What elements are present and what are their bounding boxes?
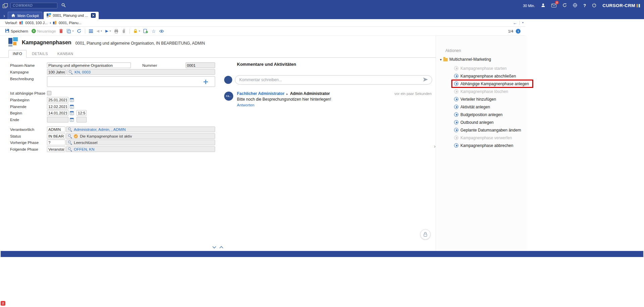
action-kampagnenphase-abbrechen[interactable]: Kampagnenphase abbrechen <box>454 142 533 149</box>
play-icon <box>454 105 458 109</box>
action-outbound-anlegen[interactable]: Outbound anlegen <box>454 118 533 126</box>
calendar-icon[interactable] <box>70 98 74 102</box>
next-icon <box>105 29 108 33</box>
comment-author-link[interactable]: Fachlicher Administrator <box>237 91 285 96</box>
tab-label: 0001, Planung und ... <box>53 13 88 17</box>
lookup-search-icon[interactable] <box>69 70 72 74</box>
print-button[interactable] <box>114 29 118 33</box>
tab-details[interactable]: DETAILS <box>28 50 52 57</box>
status-input[interactable] <box>47 133 65 139</box>
chevron-down-icon[interactable] <box>212 244 216 250</box>
divider <box>85 29 85 34</box>
folgende-phase-link[interactable]: OFFEN, KN <box>74 147 94 151</box>
action-budgetposition-anlegen[interactable]: Budgetposition anlegen <box>454 111 533 118</box>
chevron-down-icon[interactable] <box>101 30 102 33</box>
globe-icon[interactable] <box>573 3 577 9</box>
reply-link[interactable]: Antworten <box>237 103 254 107</box>
panel-collapse-icon[interactable] <box>434 144 436 149</box>
divider <box>519 21 520 25</box>
actions-group[interactable]: Multichannel-Marketing <box>440 57 491 62</box>
action-label: Kampagnenphase abbrechen <box>460 143 513 148</box>
chevron-down-icon[interactable] <box>522 21 524 24</box>
privacy-lock-button[interactable] <box>420 229 431 240</box>
lookup-search-icon[interactable] <box>68 147 72 151</box>
planbeginn-input[interactable] <box>47 97 68 103</box>
folgende-phase-input[interactable] <box>47 146 65 152</box>
lookup-search-icon[interactable] <box>68 127 72 131</box>
comment-item: FA... Fachlicher Administrator Admin Adm… <box>224 91 432 108</box>
refresh-icon[interactable] <box>562 3 567 9</box>
tab-close-icon[interactable] <box>91 13 96 18</box>
chevron-down-icon[interactable] <box>109 30 111 33</box>
tab-mein-cockpit[interactable]: Mein Cockpit <box>8 12 42 19</box>
tree-caret-icon[interactable] <box>440 57 442 62</box>
chevron-down-icon[interactable] <box>139 30 140 33</box>
tab-info[interactable]: INFO <box>8 50 27 58</box>
tab-kampagnenphase[interactable]: 0001, Planung und ... <box>44 12 99 19</box>
tab-kanban[interactable]: KANBAN <box>53 50 78 57</box>
attachment-button[interactable] <box>122 29 126 33</box>
play-icon <box>454 82 458 86</box>
beginn-date-input[interactable] <box>47 110 68 116</box>
move-handle-icon[interactable] <box>203 80 208 85</box>
action-geplante-datumsangaben-aendern[interactable]: Geplante Datumsangaben ändern <box>454 126 533 134</box>
notification-badge[interactable]: 2 <box>1 301 5 306</box>
logout-icon[interactable] <box>592 3 596 9</box>
verantwortlich-input[interactable] <box>47 126 65 132</box>
save-button[interactable]: Speichern <box>5 29 28 34</box>
watch-button[interactable] <box>159 30 164 33</box>
lookup-search-icon[interactable] <box>68 134 72 138</box>
comment-input-pill <box>235 75 432 85</box>
kampagne-input[interactable] <box>47 69 66 75</box>
calendar-icon[interactable] <box>70 105 74 109</box>
chevron-down-icon[interactable] <box>72 30 73 33</box>
phasen-name-input[interactable] <box>47 62 131 68</box>
actions-title: Aktionen <box>445 48 461 53</box>
beschreibung-input[interactable] <box>47 76 215 87</box>
send-icon[interactable] <box>423 77 428 83</box>
play-icon <box>454 97 458 101</box>
ist-abhaengig-checkbox[interactable] <box>47 91 51 95</box>
favorite-button[interactable] <box>151 29 156 34</box>
help-icon[interactable]: ? <box>583 3 586 8</box>
command-input[interactable] <box>10 3 57 8</box>
kampagne-link[interactable]: KN, 0003 <box>75 70 91 74</box>
lock-button[interactable] <box>134 29 140 33</box>
command-search-icon[interactable] <box>61 3 66 9</box>
window-icon <box>3 3 8 8</box>
form-row-beginn: Beginn <box>10 110 215 116</box>
chevron-up-icon[interactable] <box>219 244 224 250</box>
copy-button[interactable] <box>66 29 73 33</box>
next-record-button[interactable] <box>105 29 111 33</box>
action-aktivitaet-anlegen[interactable]: Aktivität anlegen <box>454 103 533 111</box>
beginn-label: Beginn <box>10 111 47 115</box>
save-icon <box>5 29 9 34</box>
delete-button[interactable] <box>59 29 63 33</box>
planende-input[interactable] <box>47 104 68 109</box>
calendar-icon[interactable] <box>70 111 74 115</box>
action-abhaengige-kampagnenphase-anlegen[interactable]: Abhängige Kampagnenphase anlegen <box>451 80 533 88</box>
beginn-time-input[interactable] <box>77 110 87 116</box>
verantwortlich-link[interactable]: Administrator, Admin, , ADMIN <box>74 127 126 132</box>
comment-input[interactable] <box>239 78 420 82</box>
back-arrow-icon[interactable] <box>513 20 517 25</box>
history-item[interactable]: 0003, 100 J... <box>25 21 48 25</box>
checkout-button[interactable] <box>143 29 148 33</box>
calendar-icon[interactable] <box>70 118 74 122</box>
action-verteiler-hinzufuegen[interactable]: Verteiler hinzufügen <box>454 95 533 103</box>
new-record-label: Neuanlage <box>37 29 56 33</box>
pager-label: 1/4 <box>508 29 513 33</box>
history-item[interactable]: 0001, Planu... <box>59 21 82 25</box>
menu-button[interactable] <box>89 30 93 33</box>
play-icon <box>454 89 458 94</box>
mail-icon[interactable]: 2 <box>551 3 556 9</box>
vorherige-phase-input[interactable] <box>47 140 65 145</box>
planende-label: Planende <box>10 105 47 109</box>
reload-button[interactable] <box>77 29 81 33</box>
info-icon[interactable]: i <box>516 29 521 34</box>
action-kampagnenphase-abschliessen[interactable]: Kampagnenphase abschließen <box>454 72 533 80</box>
toolbar: Speichern Neuanlage <box>0 27 525 36</box>
sidebar-expander-icon[interactable] <box>1 13 7 19</box>
lookup-search-icon[interactable] <box>68 141 72 144</box>
user-icon[interactable] <box>541 3 545 9</box>
